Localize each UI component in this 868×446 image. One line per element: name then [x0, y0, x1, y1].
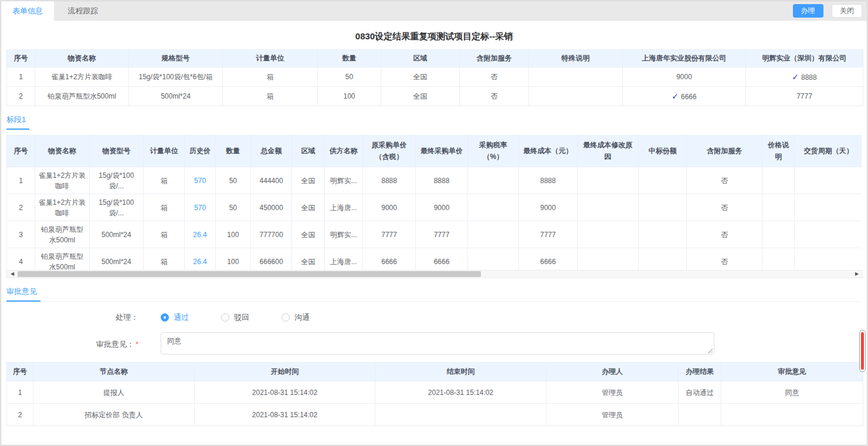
cell: 箱 [144, 194, 185, 221]
cell: 3 [7, 221, 35, 248]
cell: 否 [687, 221, 762, 248]
page-title: 0830设定结果重复项测试项目定标--采销 [6, 31, 862, 42]
resize-handle-icon[interactable] [707, 348, 713, 353]
handle-row: 处理： 通过 驳回 沟通 [6, 312, 862, 323]
cell: 明辉实... [324, 167, 362, 194]
column-header: 特殊说明 [529, 50, 623, 67]
cell [721, 404, 863, 426]
cell: 2 [7, 194, 35, 221]
form-window: 表单信息 流程跟踪 办理 关闭 0830设定结果重复项测试项目定标--采销 序号… [1, 1, 867, 445]
table-row: 1雀巢1+2方片装咖啡15g/袋*100袋/...箱57050444400全国明… [7, 167, 862, 194]
cell: 否 [460, 87, 529, 106]
cell: 全国 [381, 87, 460, 106]
cell: 777700 [250, 221, 291, 248]
history-price-link[interactable]: 26.4 [193, 258, 206, 266]
cell: 100 [215, 221, 250, 248]
cell: 2 [7, 87, 35, 106]
cell: 否 [687, 194, 762, 221]
column-header: 历史价 [185, 136, 215, 167]
cell: 8888 [362, 167, 415, 194]
column-header: 交货周期（天） [795, 136, 862, 167]
column-header: 物资名称 [35, 136, 89, 167]
history-price-link[interactable]: 570 [194, 177, 206, 185]
column-header: 数量 [215, 136, 250, 167]
cell: 6666 [416, 248, 467, 271]
column-header: 规格型号 [129, 50, 223, 67]
vscrollbar-thumb[interactable] [861, 332, 864, 370]
history-price-link[interactable]: 26.4 [193, 231, 206, 239]
header-row: 序号物资名称规格型号计量单位数量区域含附加服务特殊说明上海唐年实业股份有限公司明… [7, 50, 863, 67]
cell [577, 194, 639, 221]
cell: 4 [7, 248, 35, 271]
history-price-link[interactable]: 570 [194, 204, 206, 212]
column-header: 上海唐年实业股份有限公司 [623, 50, 746, 67]
column-header: 最终成本（元） [519, 136, 577, 167]
radio-approve[interactable]: 通过 [161, 312, 189, 323]
cell [375, 404, 547, 426]
close-button[interactable]: 关闭 [832, 4, 862, 18]
cell: 15g/袋*100袋/... [89, 194, 143, 221]
cell: 2 [7, 404, 33, 426]
cell: 1 [7, 67, 35, 87]
cell: 明辉实... [324, 221, 362, 248]
column-header: 物资型号 [89, 136, 143, 167]
cell: 8888 [416, 167, 467, 194]
cell: 2021-08-31 15:14:02 [375, 381, 547, 404]
table-row: 2雀巢1+2方片装咖啡15g/袋*100袋/...箱57050450000全国上… [7, 194, 862, 221]
cell: 上海唐... [324, 248, 362, 271]
bid-table: 序号物资名称物资型号计量单位历史价数量总金额区域供方名称原采购单价（含税）最终采… [6, 135, 862, 270]
comment-label: 审批意见：* [6, 339, 138, 350]
cell [467, 194, 518, 221]
cell: 管理员 [547, 381, 679, 404]
table-row: 1提报人2021-08-31 15:14:022021-08-31 15:14:… [7, 381, 863, 404]
handle-label: 处理： [6, 312, 138, 323]
column-header: 计量单位 [144, 136, 185, 167]
lot-section-label: 标段1 [6, 113, 862, 129]
cell [795, 221, 862, 248]
cell: 450000 [250, 194, 291, 221]
cell: 箱 [144, 221, 185, 248]
cell: 管理员 [547, 404, 679, 426]
radio-communicate[interactable]: 沟通 [282, 312, 310, 323]
cell: 7777 [416, 221, 467, 248]
cell [762, 194, 795, 221]
scroll-left-icon[interactable]: ◀ [8, 271, 16, 278]
handle-button[interactable]: 办理 [793, 4, 823, 18]
cell [577, 221, 639, 248]
column-header: 办理人 [547, 363, 679, 381]
cell: 全国 [292, 221, 324, 248]
column-header: 序号 [7, 363, 33, 381]
cell: 9000 [519, 194, 577, 221]
radio-unselected-icon [221, 313, 229, 322]
cell: 箱 [144, 167, 185, 194]
column-header: 明辉实业（深圳）有限公司 [746, 50, 863, 67]
cell: 同意 [721, 381, 863, 404]
cell [639, 221, 687, 248]
bid-table-hscrollbar: ◀ ▶ [6, 270, 863, 278]
approval-tab[interactable]: 审批意见 [6, 285, 40, 302]
check-icon: ✓ [672, 92, 679, 101]
cell [577, 248, 639, 271]
cell: 全国 [292, 248, 324, 271]
cell [795, 248, 862, 271]
cell: 箱 [223, 87, 318, 106]
lot-tab[interactable]: 标段1 [6, 113, 29, 130]
column-header: 采购税率（%） [467, 136, 518, 167]
cell: 50 [215, 167, 250, 194]
tab-form-info[interactable]: 表单信息 [1, 1, 54, 21]
cell: 铂泉葫芦瓶型水500ml [35, 248, 89, 271]
cell: 15g/袋*100袋/... [89, 167, 143, 194]
scroll-right-icon[interactable]: ▶ [853, 271, 861, 278]
column-header: 最终成本修改原因 [577, 136, 639, 167]
cell [679, 404, 721, 426]
comment-row: 审批意见：* 同意 [6, 332, 862, 356]
comment-textarea[interactable]: 同意 [161, 332, 714, 354]
column-header: 供方名称 [324, 136, 362, 167]
hscrollbar-thumb[interactable] [18, 271, 481, 277]
comment-textarea-wrap: 同意 [161, 332, 714, 356]
cell: 否 [460, 67, 529, 87]
cell [795, 194, 862, 221]
column-header: 总金额 [250, 136, 291, 167]
radio-reject[interactable]: 驳回 [221, 312, 249, 323]
tab-process-track[interactable]: 流程跟踪 [56, 1, 109, 21]
